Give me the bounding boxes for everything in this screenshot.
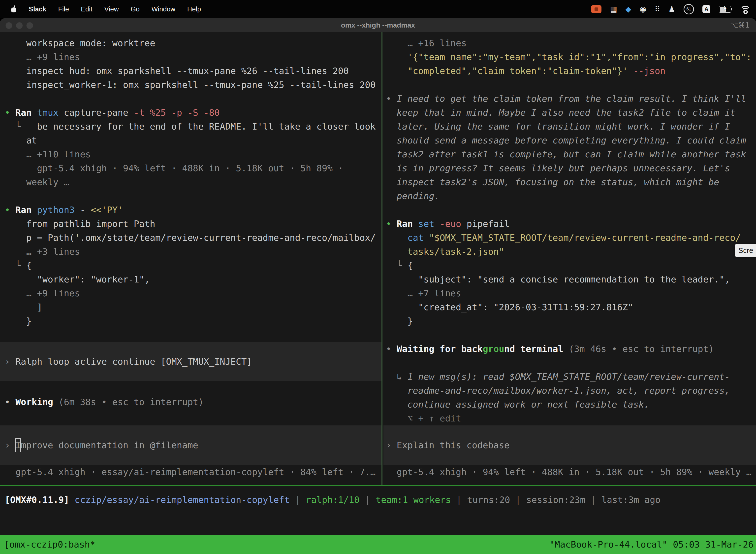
menu-item-file[interactable]: File: [58, 5, 69, 13]
right-pane[interactable]: … +16 lines '{"team_name":"my-team","tas…: [383, 32, 756, 485]
window-grid-icon[interactable]: ▦: [610, 5, 617, 13]
terminal-line: gpt-5.4 xhigh · 94% left · 488K in · 5.1…: [0, 161, 381, 175]
text-segment: <<'PY': [91, 205, 123, 215]
terminal-line: └ be necessary for the end of the README…: [0, 120, 381, 133]
text-segment: [386, 233, 407, 243]
terminal-line: ]: [0, 300, 381, 314]
text-segment: … +3 lines: [5, 246, 80, 257]
text-segment: -euo: [440, 219, 466, 229]
app-menu-slack[interactable]: Slack: [29, 5, 46, 13]
text-segment: inspect task2's JSON, focusing on the st…: [386, 177, 719, 187]
text-segment: Waiting for back: [397, 344, 483, 354]
menu-item-help[interactable]: Help: [187, 5, 201, 13]
terminal-line: tasks/task-2.json": [383, 245, 756, 259]
text-segment: grou: [483, 344, 504, 354]
text-segment: continue assigned work or next feasible …: [386, 399, 649, 409]
text-segment: gpt-5.4 xhigh · 94% left · 488K in · 5.1…: [386, 467, 752, 477]
circle-app-icon[interactable]: ◉: [640, 5, 646, 13]
text-segment: Ralph loop active continue [OMX_TMUX_INJ…: [15, 355, 252, 369]
terminal-line: cat "$OMX_TEAM_STATE_ROOT/team/review-cu…: [383, 231, 756, 245]
terminal-line: … +7 lines: [383, 286, 756, 300]
text-segment: Ran: [15, 107, 37, 118]
waiting-status-line: • Waiting for background terminal (3m 46…: [383, 342, 756, 356]
menu-item-window[interactable]: Window: [151, 5, 175, 13]
text-segment: └: [5, 121, 37, 131]
text-segment: |: [585, 495, 602, 505]
text-segment: "worker": "worker-1",: [5, 274, 150, 284]
text-segment: weekly …: [5, 177, 69, 187]
input-source-icon[interactable]: A: [702, 5, 710, 13]
terminal-line: is in progress? It seems likely but perh…: [383, 161, 756, 175]
terminal-line: inspect task2's JSON, focusing on the st…: [383, 175, 756, 189]
terminal-line: }: [383, 314, 756, 328]
text-segment: ralph:1/10: [306, 495, 360, 505]
tmux-session-window: [omx-cczip0:bash*: [0, 539, 95, 550]
text-segment: be necessary for the end of the README. …: [37, 121, 376, 131]
window-shortcut-hint: ⌥⌘1: [730, 18, 750, 32]
menu-item-edit[interactable]: Edit: [81, 5, 92, 13]
terminal-line: • Ran python3 - <<'PY': [0, 203, 381, 217]
text-segment: └: [386, 260, 407, 271]
text-segment: tmux: [37, 107, 64, 118]
text-segment: set: [418, 219, 440, 229]
text-segment: -t %25 -p -S -80: [134, 107, 220, 118]
text-segment: {: [26, 260, 32, 271]
prompt-suggestion-band[interactable]: › Explain this codebase: [383, 426, 756, 465]
text-segment: team:1 workers: [376, 495, 451, 505]
text-segment: inspect_hud: omx sparkshell --tmux-pane …: [5, 66, 349, 76]
pane-divider[interactable]: [381, 32, 382, 485]
terminal-line: "created_at": "2026-03-31T11:59:27.816Z": [383, 300, 756, 314]
battery-icon[interactable]: ϟ: [719, 6, 731, 13]
dots-grid-icon[interactable]: ⠿: [654, 5, 660, 13]
omx-status-line: [OMX#0.11.9] cczip/essay/ai-reimplementa…: [0, 493, 756, 507]
text-segment: … +16 lines: [386, 38, 466, 48]
wifi-icon[interactable]: [740, 6, 749, 13]
text-segment: --json: [633, 66, 666, 76]
terminal-line: '{"team_name":"my-team","task_id":"1","f…: [383, 50, 756, 64]
text-segment: '{"team_name":"my-team","task_id":"1","f…: [386, 52, 752, 62]
text-segment: inspect_worker-1: omx sparkshell --tmux-…: [5, 80, 376, 90]
window-title: omx --xhigh --madmax: [0, 18, 756, 32]
terminal-line: [383, 78, 756, 92]
terminal-line: task2 after task1 is complete, but can I…: [383, 148, 756, 161]
menu-item-go[interactable]: Go: [131, 5, 140, 13]
text-segment: |: [510, 495, 526, 505]
terminal-line: "completed","claim_token":"claim-token"}…: [383, 64, 756, 78]
text-segment: "subject": "send a concise recommendatio…: [386, 274, 730, 284]
terminal-line: … +3 lines: [0, 245, 381, 259]
terminal-line: workspace_mode: worktree: [0, 36, 381, 50]
text-segment: pending.: [386, 191, 440, 201]
text-segment: •: [5, 397, 15, 407]
text-segment: … +9 lines: [5, 52, 80, 62]
text-segment: (3m 46s • esc to interrupt): [569, 344, 714, 354]
text-segment: I: [15, 438, 21, 452]
omx-session-summary: [OMX#0.11.9] cczip/essay/ai-reimplementa…: [0, 493, 756, 507]
apple-menu[interactable]: [10, 5, 17, 13]
menu-bar-status-icons: ▦ ◆ ◉ ⠿ ♟ 61 A ϟ: [591, 4, 756, 14]
person-app-icon[interactable]: ♟: [669, 5, 675, 13]
status-divider: [0, 485, 756, 486]
prompt-suggestion-band[interactable]: › Improve documentation in @filename: [0, 426, 381, 465]
text-segment: gpt-5.4 xhigh · 94% left · 488K in · 5.1…: [5, 163, 343, 173]
terminal-line: from pathlib import Path: [0, 217, 381, 231]
text-segment: }: [5, 316, 32, 326]
left-pane-status-line: gpt-5.4 xhigh · essay/ai-reimplementatio…: [0, 465, 381, 479]
text-segment: readme-and-reco/mailbox/worker-1.json, a…: [386, 385, 730, 396]
text-segment: Ran: [15, 205, 37, 215]
battery-percent-badge[interactable]: 61: [684, 4, 694, 14]
text-segment: •: [386, 344, 397, 354]
text-segment: cat: [407, 233, 429, 243]
terminal-line: [0, 92, 381, 106]
ralph-loop-band[interactable]: › Ralph loop active continue [OMX_TMUX_I…: [0, 342, 381, 381]
menu-item-view[interactable]: View: [105, 5, 119, 13]
text-segment: └: [5, 260, 26, 271]
blue-app-icon[interactable]: ◆: [626, 5, 631, 13]
text-segment: gpt-5.4 xhigh · essay/ai-reimplementatio…: [5, 467, 376, 477]
terminal-line: [383, 328, 756, 342]
text-segment: python3: [37, 205, 75, 215]
text-segment: last:3m ago: [602, 495, 660, 505]
recording-indicator-icon[interactable]: [591, 5, 602, 13]
terminal-line: [0, 328, 381, 342]
left-pane[interactable]: workspace_mode: worktree … +9 lines insp…: [0, 32, 381, 485]
terminal-line: continue assigned work or next feasible …: [383, 398, 756, 411]
